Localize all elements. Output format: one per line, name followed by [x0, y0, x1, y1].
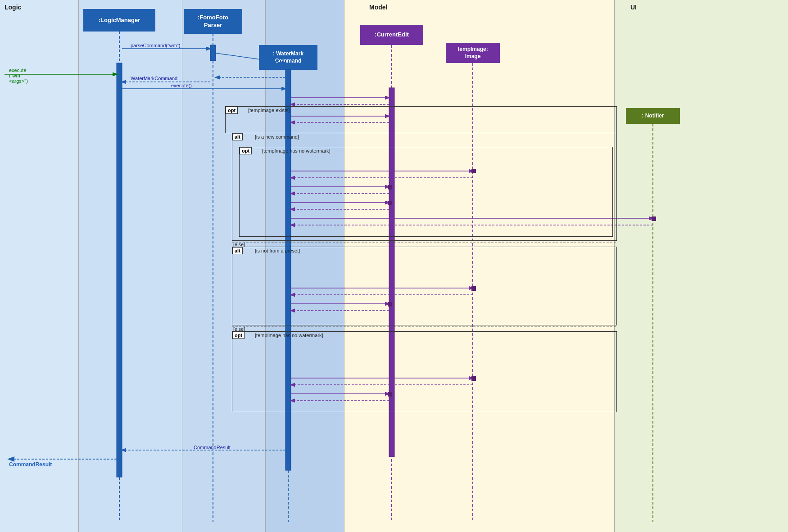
- frame-opt2: opt [tempImage has no watermark]: [239, 147, 613, 237]
- frame-alt: alt [is a new command] opt [tempImage ha…: [232, 133, 617, 241]
- watermark-command-return-label: WaterMarkCommand: [131, 76, 177, 81]
- parse-command-label: parseCommand("wm"): [131, 43, 181, 48]
- frame-alt2-label: alt: [232, 247, 243, 254]
- frame-opt3: opt [tempImage has no watermark]: [232, 331, 617, 412]
- frame-opt2-label: opt: [240, 147, 252, 154]
- frame-opt1-condition: [tempImage exists]: [248, 108, 290, 113]
- frame-alt2-condition: [is not from a preset]: [255, 248, 300, 253]
- command-result-outer-label: CommandResult: [9, 461, 52, 468]
- command-result-inner-label: CommandResult: [194, 445, 231, 450]
- region-ui: [615, 0, 788, 532]
- frame-opt2-condition: [tempImage has no watermark]: [262, 148, 331, 153]
- frame-alt-label: alt: [232, 133, 243, 140]
- frame-opt3-label: opt: [232, 332, 245, 339]
- frame-alt-condition: [is a new command]: [255, 134, 299, 140]
- frame-opt1: opt [tempImage exists]: [225, 106, 617, 133]
- frame-opt3-condition: [tempImage has no watermark]: [255, 333, 323, 338]
- execute-label: execute(): [171, 83, 192, 88]
- actor-watermark-command: : WaterMark Command: [259, 45, 317, 70]
- actor-notifier: : Notifier: [626, 108, 680, 124]
- execute-wm-label: execute("wm<args>"): [9, 68, 28, 84]
- actor-current-edit: :CurrentEdit: [360, 25, 423, 45]
- frame-alt2: alt [is not from a preset]: [232, 247, 617, 325]
- actor-logic-manager: :LogicManager: [83, 9, 155, 32]
- ui-label: UI: [630, 4, 637, 11]
- diagram-container: Logic Model UI :LogicManager :FomoFoto P…: [0, 0, 788, 532]
- actor-fomofoto-parser: :FomoFoto Parser: [184, 9, 242, 34]
- actor-temp-image: tempImage: Image: [446, 43, 500, 63]
- logic-label: Logic: [5, 4, 21, 11]
- model-label: Model: [369, 4, 387, 11]
- frame-opt1-label: opt: [226, 107, 238, 114]
